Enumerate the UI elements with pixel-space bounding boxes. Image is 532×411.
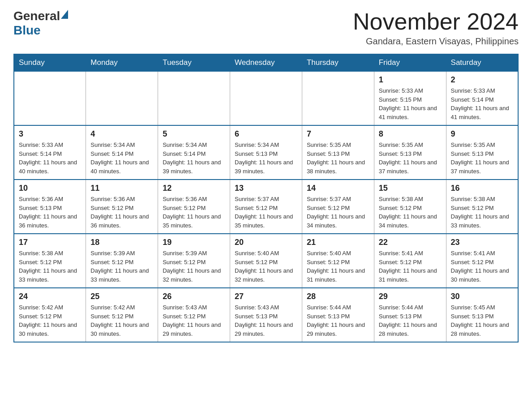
calendar-cell: 7Sunrise: 5:35 AMSunset: 5:13 PMDaylight… [302, 125, 374, 180]
day-info: Sunrise: 5:37 AMSunset: 5:12 PMDaylight:… [235, 195, 297, 230]
day-info: Sunrise: 5:38 AMSunset: 5:12 PMDaylight:… [19, 249, 81, 284]
day-number: 8 [379, 129, 442, 139]
calendar-cell: 10Sunrise: 5:36 AMSunset: 5:13 PMDayligh… [14, 180, 86, 234]
calendar-cell: 1Sunrise: 5:33 AMSunset: 5:15 PMDaylight… [374, 71, 446, 125]
day-info: Sunrise: 5:34 AMSunset: 5:14 PMDaylight:… [90, 141, 153, 176]
day-info: Sunrise: 5:41 AMSunset: 5:12 PMDaylight:… [451, 249, 513, 284]
day-info: Sunrise: 5:33 AMSunset: 5:14 PMDaylight:… [19, 141, 81, 176]
day-info: Sunrise: 5:34 AMSunset: 5:14 PMDaylight:… [163, 141, 225, 176]
calendar-week-row: 10Sunrise: 5:36 AMSunset: 5:13 PMDayligh… [14, 180, 518, 234]
day-number: 7 [307, 129, 369, 139]
day-info: Sunrise: 5:42 AMSunset: 5:12 PMDaylight:… [90, 303, 153, 338]
day-number: 15 [379, 184, 442, 193]
calendar-cell: 16Sunrise: 5:38 AMSunset: 5:12 PMDayligh… [446, 180, 518, 234]
day-info: Sunrise: 5:35 AMSunset: 5:13 PMDaylight:… [379, 141, 442, 176]
calendar-cell: 17Sunrise: 5:38 AMSunset: 5:12 PMDayligh… [14, 234, 86, 288]
calendar-cell: 5Sunrise: 5:34 AMSunset: 5:14 PMDaylight… [158, 125, 230, 180]
day-info: Sunrise: 5:37 AMSunset: 5:12 PMDaylight:… [307, 195, 369, 230]
calendar-day-header: Wednesday [230, 54, 302, 71]
day-info: Sunrise: 5:34 AMSunset: 5:13 PMDaylight:… [235, 141, 297, 176]
calendar-week-row: 1Sunrise: 5:33 AMSunset: 5:15 PMDaylight… [14, 71, 518, 125]
day-info: Sunrise: 5:33 AMSunset: 5:14 PMDaylight:… [451, 86, 513, 121]
calendar-cell: 13Sunrise: 5:37 AMSunset: 5:12 PMDayligh… [230, 180, 302, 234]
calendar-week-row: 24Sunrise: 5:42 AMSunset: 5:12 PMDayligh… [14, 288, 518, 342]
day-info: Sunrise: 5:39 AMSunset: 5:12 PMDaylight:… [90, 249, 153, 284]
day-number: 14 [307, 184, 369, 193]
calendar-cell: 6Sunrise: 5:34 AMSunset: 5:13 PMDaylight… [230, 125, 302, 180]
calendar-cell [158, 71, 230, 125]
day-number: 10 [19, 184, 81, 193]
day-info: Sunrise: 5:44 AMSunset: 5:13 PMDaylight:… [379, 303, 442, 338]
day-number: 21 [307, 238, 369, 247]
calendar-header-row: SundayMondayTuesdayWednesdayThursdayFrid… [14, 54, 518, 71]
calendar-cell: 26Sunrise: 5:43 AMSunset: 5:12 PMDayligh… [158, 288, 230, 342]
day-number: 22 [379, 238, 442, 247]
day-number: 16 [451, 184, 513, 193]
calendar-day-header: Tuesday [158, 54, 230, 71]
day-number: 20 [235, 238, 297, 247]
logo-general-text: General [13, 9, 60, 23]
day-info: Sunrise: 5:43 AMSunset: 5:12 PMDaylight:… [163, 303, 225, 338]
calendar-cell: 3Sunrise: 5:33 AMSunset: 5:14 PMDaylight… [14, 125, 86, 180]
day-number: 18 [90, 238, 153, 247]
day-info: Sunrise: 5:40 AMSunset: 5:12 PMDaylight:… [307, 249, 369, 284]
day-info: Sunrise: 5:45 AMSunset: 5:13 PMDaylight:… [451, 303, 513, 338]
day-number: 23 [451, 238, 513, 247]
day-number: 28 [307, 292, 369, 301]
day-number: 11 [90, 184, 153, 193]
day-info: Sunrise: 5:44 AMSunset: 5:13 PMDaylight:… [307, 303, 369, 338]
calendar-cell: 12Sunrise: 5:36 AMSunset: 5:12 PMDayligh… [158, 180, 230, 234]
calendar-day-header: Friday [374, 54, 446, 71]
day-number: 29 [379, 292, 442, 301]
day-number: 2 [451, 75, 513, 85]
calendar-cell [14, 71, 86, 125]
calendar-cell: 4Sunrise: 5:34 AMSunset: 5:14 PMDaylight… [86, 125, 158, 180]
day-info: Sunrise: 5:38 AMSunset: 5:12 PMDaylight:… [451, 195, 513, 230]
calendar-cell: 20Sunrise: 5:40 AMSunset: 5:12 PMDayligh… [230, 234, 302, 288]
calendar-cell [86, 71, 158, 125]
calendar-cell: 19Sunrise: 5:39 AMSunset: 5:12 PMDayligh… [158, 234, 230, 288]
day-number: 25 [90, 292, 153, 301]
location-title: Gandara, Eastern Visayas, Philippines [353, 36, 519, 47]
day-info: Sunrise: 5:36 AMSunset: 5:13 PMDaylight:… [19, 195, 81, 230]
calendar-cell [230, 71, 302, 125]
day-info: Sunrise: 5:36 AMSunset: 5:12 PMDaylight:… [163, 195, 225, 230]
calendar-day-header: Sunday [14, 54, 86, 71]
calendar-cell: 18Sunrise: 5:39 AMSunset: 5:12 PMDayligh… [86, 234, 158, 288]
calendar-cell: 21Sunrise: 5:40 AMSunset: 5:12 PMDayligh… [302, 234, 374, 288]
day-info: Sunrise: 5:43 AMSunset: 5:13 PMDaylight:… [235, 303, 297, 338]
logo: General Blue [13, 9, 69, 38]
calendar-cell: 2Sunrise: 5:33 AMSunset: 5:14 PMDaylight… [446, 71, 518, 125]
logo-arrow-icon [61, 10, 68, 19]
day-info: Sunrise: 5:40 AMSunset: 5:12 PMDaylight:… [235, 249, 297, 284]
day-info: Sunrise: 5:39 AMSunset: 5:12 PMDaylight:… [163, 249, 225, 284]
day-info: Sunrise: 5:36 AMSunset: 5:12 PMDaylight:… [90, 195, 153, 230]
calendar-cell: 9Sunrise: 5:35 AMSunset: 5:13 PMDaylight… [446, 125, 518, 180]
day-info: Sunrise: 5:42 AMSunset: 5:12 PMDaylight:… [19, 303, 81, 338]
day-number: 5 [163, 129, 225, 139]
calendar-cell: 28Sunrise: 5:44 AMSunset: 5:13 PMDayligh… [302, 288, 374, 342]
calendar-day-header: Monday [86, 54, 158, 71]
calendar-day-header: Thursday [302, 54, 374, 71]
title-section: November 2024 Gandara, Eastern Visayas, … [353, 9, 519, 47]
day-info: Sunrise: 5:35 AMSunset: 5:13 PMDaylight:… [307, 141, 369, 176]
day-number: 12 [163, 184, 225, 193]
day-number: 3 [19, 129, 81, 139]
day-number: 27 [235, 292, 297, 301]
calendar-cell: 8Sunrise: 5:35 AMSunset: 5:13 PMDaylight… [374, 125, 446, 180]
day-number: 1 [379, 75, 442, 85]
day-number: 19 [163, 238, 225, 247]
day-number: 17 [19, 238, 81, 247]
calendar-cell: 14Sunrise: 5:37 AMSunset: 5:12 PMDayligh… [302, 180, 374, 234]
day-number: 30 [451, 292, 513, 301]
day-number: 9 [451, 129, 513, 139]
day-number: 26 [163, 292, 225, 301]
day-info: Sunrise: 5:38 AMSunset: 5:12 PMDaylight:… [379, 195, 442, 230]
day-info: Sunrise: 5:33 AMSunset: 5:15 PMDaylight:… [379, 86, 442, 121]
day-number: 6 [235, 129, 297, 139]
calendar-cell: 25Sunrise: 5:42 AMSunset: 5:12 PMDayligh… [86, 288, 158, 342]
calendar-cell: 15Sunrise: 5:38 AMSunset: 5:12 PMDayligh… [374, 180, 446, 234]
page-header: General Blue November 2024 Gandara, East… [13, 9, 519, 47]
calendar-cell: 22Sunrise: 5:41 AMSunset: 5:12 PMDayligh… [374, 234, 446, 288]
calendar-cell: 29Sunrise: 5:44 AMSunset: 5:13 PMDayligh… [374, 288, 446, 342]
